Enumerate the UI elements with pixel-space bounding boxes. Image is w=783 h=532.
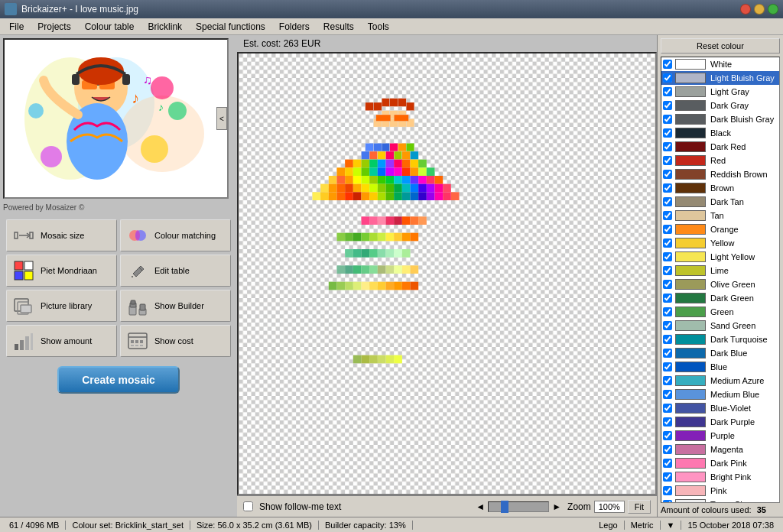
colour-name: Dark Green	[710, 294, 754, 303]
svg-point-17	[141, 135, 168, 163]
zoom-slider[interactable]	[488, 501, 549, 512]
menu-item-colour-table[interactable]: Colour table	[79, 20, 141, 34]
colour-checkbox[interactable]	[663, 486, 672, 495]
colour-checkbox[interactable]	[663, 417, 672, 427]
menu-item-file[interactable]: File	[3, 20, 30, 34]
colour-checkbox[interactable]	[663, 252, 672, 261]
colour-checkbox[interactable]	[663, 128, 672, 138]
colour-item[interactable]: Bright Pink	[661, 470, 779, 484]
minimize-button[interactable]	[740, 4, 751, 15]
svg-rect-170	[345, 282, 353, 290]
zoom-left-arrow[interactable]: ◄	[476, 501, 485, 512]
colour-item[interactable]: Dark Purple	[661, 415, 779, 429]
colour-checkbox[interactable]	[663, 459, 672, 468]
fit-button[interactable]: Fit	[628, 500, 651, 514]
colour-item[interactable]: Orange	[661, 222, 779, 236]
colour-checkbox[interactable]	[663, 225, 672, 234]
colour-checkbox[interactable]	[663, 390, 672, 399]
colour-item[interactable]: Light Gray	[661, 85, 779, 99]
mosaic-viewport[interactable]	[237, 52, 657, 495]
colour-checkbox[interactable]	[663, 142, 672, 151]
colour-item[interactable]: Blue	[661, 360, 779, 374]
colour-checkbox[interactable]	[663, 156, 672, 165]
colour-checkbox[interactable]	[663, 183, 672, 193]
colour-item[interactable]: Medium Blue	[661, 388, 779, 401]
colour-item[interactable]: Magenta	[661, 443, 779, 456]
colour-name: Dark Blue	[710, 349, 747, 358]
colour-item[interactable]: Dark Red	[661, 140, 779, 154]
colour-checkbox[interactable]	[663, 101, 672, 110]
colour-item[interactable]: Dark Turquoise	[661, 332, 779, 346]
colour-checkbox[interactable]	[663, 307, 672, 316]
colour-item[interactable]: Dark Blue	[661, 346, 779, 360]
colour-item[interactable]: Brown	[661, 181, 779, 195]
colour-item[interactable]: Pink	[661, 484, 779, 498]
show-amount-button[interactable]: Show amount	[6, 325, 117, 357]
colour-checkbox[interactable]	[663, 266, 672, 275]
colour-checkbox[interactable]	[663, 404, 672, 413]
edit-table-button[interactable]: Edit table	[120, 255, 231, 287]
colour-item[interactable]: Lime	[661, 264, 779, 277]
colour-checkbox[interactable]	[663, 87, 672, 96]
colour-item[interactable]: Black	[661, 126, 779, 140]
menu-item-results[interactable]: Results	[317, 20, 360, 34]
colour-item[interactable]: Blue-Violet	[661, 401, 779, 415]
colour-checkbox[interactable]	[663, 60, 672, 69]
follow-me-checkbox[interactable]	[243, 501, 253, 511]
colour-checkbox[interactable]	[663, 197, 672, 206]
create-mosaic-button[interactable]: Create mosaic	[57, 366, 180, 394]
collapse-panel-button[interactable]: <	[216, 107, 227, 130]
colour-checkbox[interactable]	[663, 376, 672, 385]
colour-checkbox[interactable]	[663, 170, 672, 179]
colour-checkbox[interactable]	[663, 349, 672, 358]
colour-checkbox[interactable]	[663, 321, 672, 330]
colour-checkbox[interactable]	[663, 472, 672, 482]
colour-item[interactable]: Dark Gray	[661, 99, 779, 112]
colour-swatch	[675, 334, 706, 345]
colour-item[interactable]: Sand Green	[661, 319, 779, 332]
picture-library-button[interactable]: Picture library	[6, 290, 117, 322]
menu-item-projects[interactable]: Projects	[31, 20, 76, 34]
colour-item[interactable]: Tan	[661, 209, 779, 222]
colour-item[interactable]: White	[661, 57, 779, 71]
colour-item[interactable]: Olive Green	[661, 277, 779, 291]
menu-item-special-functions[interactable]: Special functions	[190, 20, 271, 34]
colour-item[interactable]: Dark Tan	[661, 195, 779, 209]
colour-list[interactable]: WhiteLight Bluish GrayLight GrayDark Gra…	[661, 57, 780, 503]
colour-checkbox[interactable]	[663, 335, 672, 344]
colour-checkbox[interactable]	[663, 362, 672, 371]
colour-item[interactable]: Dark Green	[661, 291, 779, 305]
zoom-right-arrow[interactable]: ►	[552, 501, 561, 512]
colour-item[interactable]: Light Bluish Gray	[661, 71, 779, 85]
colour-item[interactable]: Purple	[661, 429, 779, 443]
show-cost-button[interactable]: Show cost	[120, 325, 231, 357]
colour-matching-button[interactable]: Colour matching	[120, 219, 231, 251]
menu-item-folders[interactable]: Folders	[273, 20, 316, 34]
colour-checkbox[interactable]	[663, 238, 672, 248]
show-builder-button[interactable]: Show Builder	[120, 290, 231, 322]
colour-checkbox[interactable]	[663, 294, 672, 303]
colour-item[interactable]: Green	[661, 305, 779, 319]
piet-mondriaan-button[interactable]: Piet Mondriaan	[6, 255, 117, 287]
colour-checkbox[interactable]	[663, 211, 672, 220]
colour-checkbox[interactable]	[663, 280, 672, 289]
colour-checkbox[interactable]	[663, 115, 672, 124]
colour-checkbox[interactable]	[663, 445, 672, 454]
mosaic-size-button[interactable]: Mosaic size	[6, 219, 117, 251]
colour-checkbox[interactable]	[663, 431, 672, 440]
colour-item[interactable]: Yellow	[661, 236, 779, 250]
maximize-button[interactable]	[754, 4, 765, 15]
colour-item[interactable]: Trans-Clear	[661, 498, 779, 503]
colour-item[interactable]: Reddish Brown	[661, 167, 779, 181]
status-metric-dropdown[interactable]: ▼	[661, 521, 682, 530]
close-button[interactable]	[768, 4, 778, 15]
colour-item[interactable]: Dark Pink	[661, 456, 779, 470]
colour-item[interactable]: Medium Azure	[661, 374, 779, 388]
colour-item[interactable]: Dark Bluish Gray	[661, 112, 779, 126]
colour-item[interactable]: Light Yellow	[661, 250, 779, 264]
reset-colour-button[interactable]: Reset colour	[661, 38, 780, 54]
menu-item-bricklink[interactable]: Bricklink	[141, 20, 188, 34]
menu-item-tools[interactable]: Tools	[362, 20, 395, 34]
colour-checkbox[interactable]	[663, 73, 672, 83]
colour-item[interactable]: Red	[661, 154, 779, 167]
